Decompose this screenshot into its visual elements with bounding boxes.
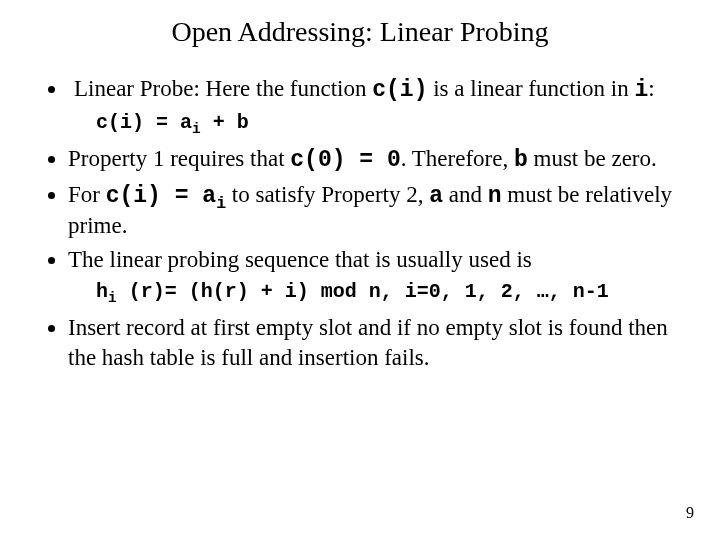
code: b <box>514 147 528 173</box>
code: c(i) <box>372 77 427 103</box>
code: i <box>634 77 648 103</box>
text: is a linear function in <box>427 76 634 101</box>
text: Linear Probe: Here the function <box>74 76 372 101</box>
code-line-1: c(i) = ai + b <box>96 111 680 134</box>
text: to satisfy Property 2, <box>226 182 429 207</box>
code: c(i) = a <box>96 111 192 134</box>
text: and <box>443 182 488 207</box>
bullet-2: Property 1 requires that c(0) = 0. There… <box>68 144 680 175</box>
text: . Therefore, <box>401 146 514 171</box>
code: c(i) = a <box>106 183 216 209</box>
page-number: 9 <box>686 504 694 522</box>
bullet-list: Insert record at first empty slot and if… <box>40 313 680 372</box>
bullet-list: Linear Probe: Here the function c(i) is … <box>40 74 680 105</box>
code: c(0) = 0 <box>290 147 400 173</box>
bullet-5: Insert record at first empty slot and if… <box>68 313 680 372</box>
code: + b <box>201 111 249 134</box>
bullet-4: The linear probing sequence that is usua… <box>68 245 680 274</box>
text: : <box>648 76 654 101</box>
subscript: i <box>108 290 117 306</box>
subscript: i <box>216 193 226 212</box>
text: The linear probing sequence that is usua… <box>68 247 532 272</box>
code: n <box>488 183 502 209</box>
text: must be zero. <box>528 146 657 171</box>
bullet-list: Property 1 requires that c(0) = 0. There… <box>40 144 680 274</box>
code: a <box>429 183 443 209</box>
code: (r)= (h(r) + i) mod n, i=0, 1, 2, …, n-1 <box>117 280 609 303</box>
code: h <box>96 280 108 303</box>
text: For <box>68 182 106 207</box>
bullet-1: Linear Probe: Here the function c(i) is … <box>68 74 680 105</box>
slide: Open Addressing: Linear Probing Linear P… <box>0 0 720 540</box>
text: Insert record at first empty slot and if… <box>68 315 668 369</box>
slide-title: Open Addressing: Linear Probing <box>40 16 680 48</box>
text: Property 1 requires that <box>68 146 290 171</box>
bullet-3: For c(i) = ai to satisfy Property 2, a a… <box>68 180 680 241</box>
code-line-2: hi (r)= (h(r) + i) mod n, i=0, 1, 2, …, … <box>96 280 680 303</box>
subscript: i <box>192 121 201 137</box>
